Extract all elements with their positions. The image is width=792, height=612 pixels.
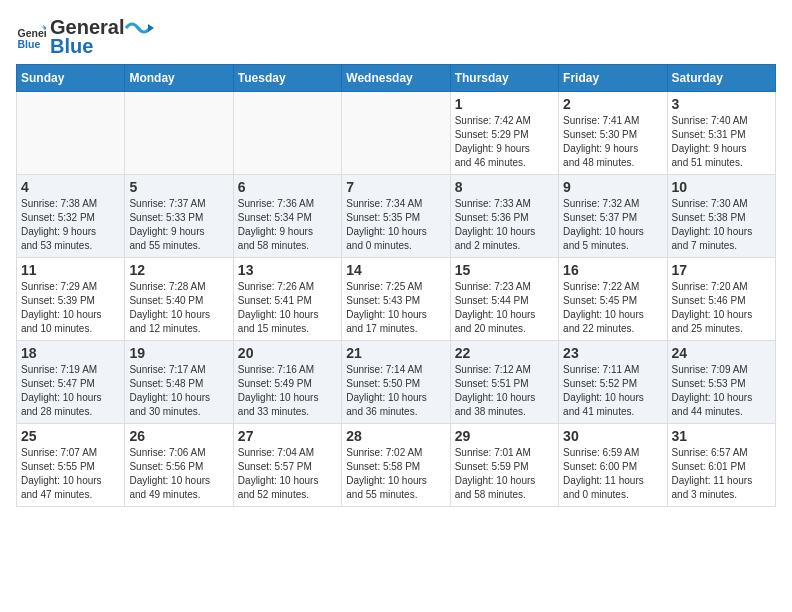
week-row-3: 11Sunrise: 7:29 AM Sunset: 5:39 PM Dayli…: [17, 258, 776, 341]
header-day-wednesday: Wednesday: [342, 65, 450, 92]
page-header: General Blue General Blue: [16, 16, 776, 58]
week-row-1: 1Sunrise: 7:42 AM Sunset: 5:29 PM Daylig…: [17, 92, 776, 175]
calendar-cell: [233, 92, 341, 175]
day-info: Sunrise: 7:30 AM Sunset: 5:38 PM Dayligh…: [672, 197, 771, 253]
day-number: 12: [129, 262, 228, 278]
day-number: 13: [238, 262, 337, 278]
day-number: 28: [346, 428, 445, 444]
logo-wave-icon: [124, 18, 154, 38]
calendar-cell: 29Sunrise: 7:01 AM Sunset: 5:59 PM Dayli…: [450, 424, 558, 507]
day-number: 20: [238, 345, 337, 361]
calendar-header: SundayMondayTuesdayWednesdayThursdayFrid…: [17, 65, 776, 92]
day-info: Sunrise: 7:32 AM Sunset: 5:37 PM Dayligh…: [563, 197, 662, 253]
day-number: 23: [563, 345, 662, 361]
day-info: Sunrise: 7:01 AM Sunset: 5:59 PM Dayligh…: [455, 446, 554, 502]
day-info: Sunrise: 7:33 AM Sunset: 5:36 PM Dayligh…: [455, 197, 554, 253]
calendar-cell: 18Sunrise: 7:19 AM Sunset: 5:47 PM Dayli…: [17, 341, 125, 424]
day-number: 5: [129, 179, 228, 195]
calendar-cell: 10Sunrise: 7:30 AM Sunset: 5:38 PM Dayli…: [667, 175, 775, 258]
day-info: Sunrise: 7:07 AM Sunset: 5:55 PM Dayligh…: [21, 446, 120, 502]
day-info: Sunrise: 7:20 AM Sunset: 5:46 PM Dayligh…: [672, 280, 771, 336]
calendar-cell: 19Sunrise: 7:17 AM Sunset: 5:48 PM Dayli…: [125, 341, 233, 424]
calendar-cell: 24Sunrise: 7:09 AM Sunset: 5:53 PM Dayli…: [667, 341, 775, 424]
day-number: 18: [21, 345, 120, 361]
calendar-cell: 27Sunrise: 7:04 AM Sunset: 5:57 PM Dayli…: [233, 424, 341, 507]
calendar-cell: 9Sunrise: 7:32 AM Sunset: 5:37 PM Daylig…: [559, 175, 667, 258]
day-info: Sunrise: 7:28 AM Sunset: 5:40 PM Dayligh…: [129, 280, 228, 336]
calendar-cell: 30Sunrise: 6:59 AM Sunset: 6:00 PM Dayli…: [559, 424, 667, 507]
week-row-4: 18Sunrise: 7:19 AM Sunset: 5:47 PM Dayli…: [17, 341, 776, 424]
logo: General Blue General Blue: [16, 16, 154, 58]
day-number: 7: [346, 179, 445, 195]
day-number: 21: [346, 345, 445, 361]
week-row-5: 25Sunrise: 7:07 AM Sunset: 5:55 PM Dayli…: [17, 424, 776, 507]
day-number: 10: [672, 179, 771, 195]
calendar-cell: 20Sunrise: 7:16 AM Sunset: 5:49 PM Dayli…: [233, 341, 341, 424]
day-number: 24: [672, 345, 771, 361]
day-info: Sunrise: 7:29 AM Sunset: 5:39 PM Dayligh…: [21, 280, 120, 336]
day-number: 25: [21, 428, 120, 444]
day-number: 4: [21, 179, 120, 195]
day-info: Sunrise: 7:09 AM Sunset: 5:53 PM Dayligh…: [672, 363, 771, 419]
day-number: 31: [672, 428, 771, 444]
day-number: 8: [455, 179, 554, 195]
day-info: Sunrise: 7:12 AM Sunset: 5:51 PM Dayligh…: [455, 363, 554, 419]
day-info: Sunrise: 7:22 AM Sunset: 5:45 PM Dayligh…: [563, 280, 662, 336]
day-info: Sunrise: 7:40 AM Sunset: 5:31 PM Dayligh…: [672, 114, 771, 170]
header-day-monday: Monday: [125, 65, 233, 92]
calendar-body: 1Sunrise: 7:42 AM Sunset: 5:29 PM Daylig…: [17, 92, 776, 507]
calendar-cell: 22Sunrise: 7:12 AM Sunset: 5:51 PM Dayli…: [450, 341, 558, 424]
day-info: Sunrise: 7:02 AM Sunset: 5:58 PM Dayligh…: [346, 446, 445, 502]
day-number: 2: [563, 96, 662, 112]
day-number: 9: [563, 179, 662, 195]
day-info: Sunrise: 7:41 AM Sunset: 5:30 PM Dayligh…: [563, 114, 662, 170]
day-info: Sunrise: 7:37 AM Sunset: 5:33 PM Dayligh…: [129, 197, 228, 253]
day-info: Sunrise: 7:36 AM Sunset: 5:34 PM Dayligh…: [238, 197, 337, 253]
calendar-cell: 3Sunrise: 7:40 AM Sunset: 5:31 PM Daylig…: [667, 92, 775, 175]
calendar-cell: 2Sunrise: 7:41 AM Sunset: 5:30 PM Daylig…: [559, 92, 667, 175]
header-row: SundayMondayTuesdayWednesdayThursdayFrid…: [17, 65, 776, 92]
calendar-cell: 31Sunrise: 6:57 AM Sunset: 6:01 PM Dayli…: [667, 424, 775, 507]
day-info: Sunrise: 7:11 AM Sunset: 5:52 PM Dayligh…: [563, 363, 662, 419]
day-number: 30: [563, 428, 662, 444]
calendar-cell: 23Sunrise: 7:11 AM Sunset: 5:52 PM Dayli…: [559, 341, 667, 424]
day-number: 6: [238, 179, 337, 195]
calendar-cell: [17, 92, 125, 175]
day-info: Sunrise: 7:14 AM Sunset: 5:50 PM Dayligh…: [346, 363, 445, 419]
calendar-cell: 6Sunrise: 7:36 AM Sunset: 5:34 PM Daylig…: [233, 175, 341, 258]
calendar-cell: 16Sunrise: 7:22 AM Sunset: 5:45 PM Dayli…: [559, 258, 667, 341]
week-row-2: 4Sunrise: 7:38 AM Sunset: 5:32 PM Daylig…: [17, 175, 776, 258]
day-number: 29: [455, 428, 554, 444]
calendar-cell: 21Sunrise: 7:14 AM Sunset: 5:50 PM Dayli…: [342, 341, 450, 424]
day-number: 1: [455, 96, 554, 112]
header-day-saturday: Saturday: [667, 65, 775, 92]
calendar-cell: 4Sunrise: 7:38 AM Sunset: 5:32 PM Daylig…: [17, 175, 125, 258]
calendar-cell: 15Sunrise: 7:23 AM Sunset: 5:44 PM Dayli…: [450, 258, 558, 341]
day-number: 16: [563, 262, 662, 278]
day-info: Sunrise: 7:34 AM Sunset: 5:35 PM Dayligh…: [346, 197, 445, 253]
calendar-cell: 1Sunrise: 7:42 AM Sunset: 5:29 PM Daylig…: [450, 92, 558, 175]
day-number: 27: [238, 428, 337, 444]
day-info: Sunrise: 7:38 AM Sunset: 5:32 PM Dayligh…: [21, 197, 120, 253]
calendar-cell: 8Sunrise: 7:33 AM Sunset: 5:36 PM Daylig…: [450, 175, 558, 258]
day-number: 22: [455, 345, 554, 361]
day-info: Sunrise: 7:23 AM Sunset: 5:44 PM Dayligh…: [455, 280, 554, 336]
calendar-cell: [125, 92, 233, 175]
day-info: Sunrise: 7:26 AM Sunset: 5:41 PM Dayligh…: [238, 280, 337, 336]
calendar-cell: 7Sunrise: 7:34 AM Sunset: 5:35 PM Daylig…: [342, 175, 450, 258]
svg-text:Blue: Blue: [18, 38, 41, 50]
header-day-sunday: Sunday: [17, 65, 125, 92]
day-info: Sunrise: 7:06 AM Sunset: 5:56 PM Dayligh…: [129, 446, 228, 502]
calendar-cell: 25Sunrise: 7:07 AM Sunset: 5:55 PM Dayli…: [17, 424, 125, 507]
day-info: Sunrise: 6:59 AM Sunset: 6:00 PM Dayligh…: [563, 446, 662, 502]
header-day-thursday: Thursday: [450, 65, 558, 92]
day-number: 17: [672, 262, 771, 278]
calendar-table: SundayMondayTuesdayWednesdayThursdayFrid…: [16, 64, 776, 507]
calendar-cell: 13Sunrise: 7:26 AM Sunset: 5:41 PM Dayli…: [233, 258, 341, 341]
calendar-cell: 26Sunrise: 7:06 AM Sunset: 5:56 PM Dayli…: [125, 424, 233, 507]
day-number: 3: [672, 96, 771, 112]
day-info: Sunrise: 7:04 AM Sunset: 5:57 PM Dayligh…: [238, 446, 337, 502]
day-info: Sunrise: 7:19 AM Sunset: 5:47 PM Dayligh…: [21, 363, 120, 419]
day-info: Sunrise: 7:42 AM Sunset: 5:29 PM Dayligh…: [455, 114, 554, 170]
day-number: 15: [455, 262, 554, 278]
